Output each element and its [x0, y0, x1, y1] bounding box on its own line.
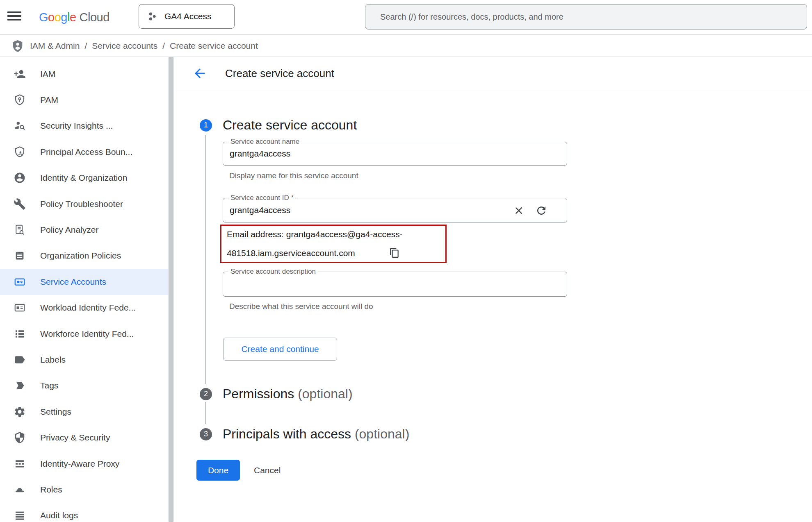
step-1-title: Create service account	[223, 118, 357, 133]
sidebar-item-pam[interactable]: PAM	[0, 87, 168, 113]
sidebar-item-labels[interactable]: Labels	[0, 347, 168, 372]
sidebar-item-iam[interactable]: IAM	[0, 61, 168, 87]
step-2-optional-label: (optional)	[298, 386, 352, 401]
sidebar-item-audit-logs[interactable]: Audit logs	[0, 503, 168, 522]
logo-cloud-text: Cloud	[80, 11, 109, 24]
sidebar-item-tags[interactable]: Tags	[0, 373, 168, 399]
logo-letter: e	[70, 11, 76, 24]
step-1-number-badge: 1	[200, 119, 212, 132]
sidebar-item-label: Privacy & Security	[40, 433, 110, 443]
sidebar-item-principal-access-boundary[interactable]: Principal Access Boun...	[0, 139, 168, 165]
sidebar-item-identity-organization[interactable]: Identity & Organization	[0, 165, 168, 191]
breadcrumb-separator: /	[162, 41, 165, 51]
sidebar-item-label: Identity-Aware Proxy	[40, 459, 119, 469]
clear-icon[interactable]	[513, 204, 525, 217]
list-bullets-icon	[14, 328, 26, 340]
sidebar-item-label: Security Insights ...	[40, 121, 113, 131]
sidebar-item-label: Settings	[40, 407, 71, 417]
gear-icon	[14, 406, 26, 418]
sidebar-item-label: Policy Troubleshooter	[40, 199, 123, 209]
service-account-description-field[interactable]: Service account description	[223, 272, 567, 297]
breadcrumb-iam-admin[interactable]: IAM & Admin	[30, 41, 80, 51]
shield-half-icon	[14, 431, 26, 444]
service-account-key-icon	[14, 276, 26, 288]
sidebar-item-security-insights[interactable]: Security Insights ...	[0, 113, 168, 139]
project-hexagons-icon	[146, 10, 159, 23]
step-3-title: Principals with access (optional)	[223, 427, 409, 442]
sidebar-item-roles[interactable]: Roles	[0, 477, 168, 502]
service-account-id-field[interactable]: Service account ID * grantga4access	[223, 198, 567, 222]
sidebar-item-label: IAM	[40, 69, 55, 79]
email-address-line-2: 481518.iam.gserviceaccount.com	[227, 248, 355, 258]
logo-letter: g	[61, 11, 67, 24]
step-connector-line	[205, 135, 206, 384]
iam-admin-shield-icon	[11, 39, 24, 53]
striped-square-icon	[14, 458, 26, 470]
logo-letter: G	[39, 11, 48, 24]
breadcrumb-current-page: Create service account	[170, 41, 258, 51]
sidebar-item-organization-policies[interactable]: Organization Policies	[0, 243, 168, 269]
email-address-line-1: Email address: grantga4access@ga4-access…	[227, 229, 403, 239]
person-search-icon	[14, 120, 26, 132]
sidebar-item-label: PAM	[40, 95, 58, 105]
breadcrumb: IAM & Admin / Service accounts / Create …	[0, 35, 812, 57]
google-cloud-logo: Google Cloud	[39, 0, 109, 34]
sidebar-scrollbar-thumb[interactable]	[169, 57, 173, 522]
refresh-icon[interactable]	[535, 204, 548, 217]
project-selector-button[interactable]: GA4 Access	[139, 4, 235, 29]
breadcrumb-service-accounts[interactable]: Service accounts	[92, 41, 157, 51]
service-account-name-helper: Display name for this service account	[229, 171, 358, 180]
id-card-icon	[14, 302, 26, 314]
project-name: GA4 Access	[164, 11, 211, 21]
sidebar-item-label: Principal Access Boun...	[40, 147, 132, 157]
document-search-icon	[14, 224, 26, 236]
service-account-id-value: grantga4access	[230, 198, 290, 222]
sidebar-item-workload-identity-federation[interactable]: Workload Identity Fede...	[0, 295, 168, 321]
sidebar-item-label: Identity & Organization	[40, 173, 127, 183]
sidebar-item-policy-troubleshooter[interactable]: Policy Troubleshooter	[0, 191, 168, 217]
create-and-continue-button[interactable]: Create and continue	[223, 338, 337, 361]
page-title: Create service account	[225, 57, 334, 90]
copy-icon[interactable]	[389, 247, 400, 259]
logo-letter: o	[55, 11, 61, 24]
account-circle-icon	[14, 172, 26, 184]
sidebar-item-service-accounts[interactable]: Service Accounts	[0, 269, 168, 295]
cancel-button[interactable]: Cancel	[254, 460, 281, 481]
search-placeholder: Search (/) for resources, docs, products…	[380, 12, 563, 22]
done-button[interactable]: Done	[196, 460, 240, 481]
sidebar-item-label: Workforce Identity Fed...	[40, 329, 134, 339]
person-add-icon	[14, 68, 26, 80]
breadcrumb-separator: /	[84, 41, 87, 51]
tag-arrow-icon	[14, 379, 26, 392]
step-3[interactable]: 3 Principals with access (optional)	[200, 427, 409, 442]
search-input[interactable]: Search (/) for resources, docs, products…	[365, 4, 807, 30]
sidebar-item-identity-aware-proxy[interactable]: Identity-Aware Proxy	[0, 451, 168, 477]
sidebar-item-policy-analyzer[interactable]: Policy Analyzer	[0, 217, 168, 243]
sidebar-item-label: Organization Policies	[40, 251, 121, 261]
sidebar-item-label: Audit logs	[40, 511, 78, 520]
hat-icon	[14, 483, 26, 496]
service-account-description-label: Service account description	[228, 268, 318, 276]
sidebar-item-label: Policy Analyzer	[40, 225, 98, 235]
shield-person-icon	[14, 146, 26, 158]
sidebar-item-settings[interactable]: Settings	[0, 399, 168, 424]
back-arrow-icon[interactable]	[192, 65, 208, 82]
main-content: Create service account 1 Create service …	[175, 57, 812, 522]
service-account-name-value: grantga4access	[230, 142, 290, 165]
sidebar-item-label: Labels	[40, 355, 66, 365]
email-address-highlight-box: Email address: grantga4access@ga4-access…	[220, 225, 447, 263]
top-bar: Google Cloud GA4 Access Search (/) for r…	[0, 0, 812, 35]
step-2[interactable]: 2 Permissions (optional)	[200, 386, 353, 402]
logo-letter: o	[48, 11, 55, 24]
step-3-optional-label: (optional)	[355, 427, 409, 441]
sidebar-item-privacy-security[interactable]: Privacy & Security	[0, 424, 168, 450]
shield-key-icon	[14, 94, 26, 106]
sidebar-item-workforce-identity-federation[interactable]: Workforce Identity Fed...	[0, 321, 168, 347]
label-tag-icon	[14, 354, 26, 366]
iam-admin-sidebar: IAM PAM Security Insights ... Principal …	[0, 57, 168, 522]
step-connector-line	[205, 402, 206, 424]
step-1: 1 Create service account	[200, 118, 357, 133]
list-lines-icon	[14, 509, 26, 522]
service-account-name-field[interactable]: Service account name grantga4access	[223, 142, 567, 166]
menu-icon[interactable]	[7, 11, 21, 23]
